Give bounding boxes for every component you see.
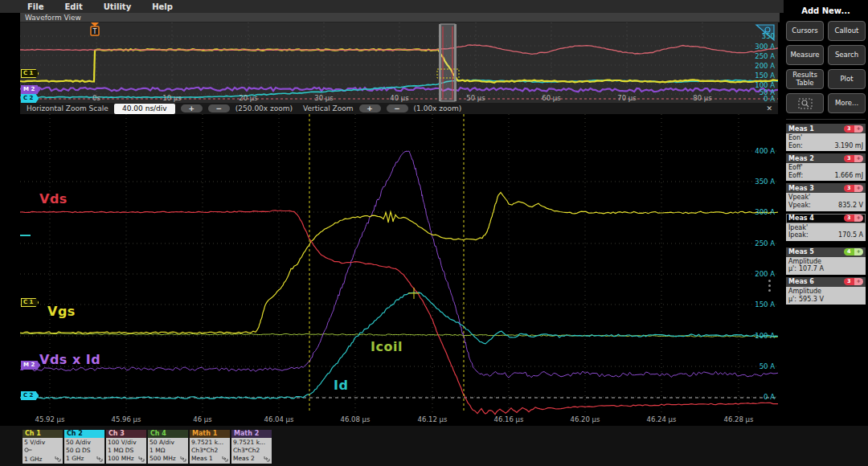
overview-x-label: 30 µs: [314, 94, 333, 102]
meas-line1: Eoff': [788, 164, 863, 172]
main-x-label: 46.20 µs: [571, 415, 600, 423]
meas-line1: Amplitude: [788, 258, 863, 266]
channel-badge-ch4[interactable]: Ch 450 A/div1 MΩ500 MHz: [148, 430, 188, 464]
main-tag-m2[interactable]: M 2: [21, 361, 40, 370]
badge-handle-icon: [96, 456, 103, 462]
meas-line1: Eon': [788, 134, 863, 142]
meas-name: Meas 2: [788, 155, 814, 162]
main-x-label: 46 µs: [193, 415, 211, 423]
meas-chip-meas5[interactable]: Meas 54+Amplitudeµ':107.7 A: [786, 247, 866, 275]
trigger-position-marker[interactable]: T: [91, 22, 99, 35]
zoomed-waveform-area[interactable]: 45.92 µs45.96 µs46 µs46.04 µs46.08 µs46.…: [20, 114, 778, 426]
meas-source-badge: 4+: [844, 248, 863, 255]
meas-chip-meas6[interactable]: Meas 63+Amplitudeµ':595.3 V: [786, 277, 866, 305]
meas-line1: Amplitude: [788, 288, 863, 296]
channel-badge-math2[interactable]: Math 29.7521 k...Ch3*Ch2Meas 2: [231, 430, 272, 464]
zoom-scale-title: Horizontal Zoom Scale: [27, 104, 108, 112]
zoom-close-icon[interactable]: ✕: [766, 104, 778, 112]
cursors-button[interactable]: Cursors: [786, 21, 824, 41]
meas-value: 107.7 A: [799, 265, 824, 273]
channel-badge-ch2[interactable]: Ch 250 A/div50 Ω DS1 GHz: [64, 430, 104, 464]
callout-button[interactable]: Callout: [828, 21, 866, 41]
channel-badge-ch3[interactable]: Ch 3100 V/div1 MΩ DS100 MHz: [106, 430, 146, 464]
meas-value: 170.5 A: [838, 231, 863, 239]
meas-name: Meas 5: [788, 248, 814, 255]
more-button[interactable]: More...: [828, 93, 866, 113]
overview-tag-m2[interactable]: M 2: [21, 85, 40, 94]
main-x-label: 46.16 µs: [494, 415, 524, 423]
tab-waveform-view[interactable]: Waveform View: [20, 14, 81, 22]
vzoom-minus-button[interactable]: −: [387, 104, 408, 112]
meas-line1: Ipeak': [788, 224, 863, 232]
measurement-list: Meas 13+Eon'Eon:3.190 mJMeas 23+Eoff'Eof…: [784, 124, 868, 305]
measure-button[interactable]: Measure: [786, 45, 824, 65]
overview-waveform-area[interactable]: T0s10 µs20 µs30 µs40 µs50 µs60 µs70 µs80…: [20, 22, 778, 103]
main-tag-c1[interactable]: C 1: [21, 298, 39, 307]
meas-chip-meas4[interactable]: Meas 43+Ipeak'Ipeak:170.5 A: [786, 214, 866, 241]
meas-chip-meas2[interactable]: Meas 23+Eoff'Eoff:1.666 mJ: [786, 153, 866, 181]
add-new-button-grid: CursorsCalloutMeasureSearchResults Table…: [784, 21, 868, 113]
hzoom-readout: (250.00x zoom): [235, 104, 293, 112]
main-y-label: 150 A: [755, 300, 775, 309]
meas-name: Meas 4: [788, 215, 814, 222]
overview-tag-c2[interactable]: C 2: [21, 94, 39, 103]
results-table-button[interactable]: Results Table: [786, 69, 824, 89]
badge-line: 50 Ω DS: [66, 447, 103, 455]
ov-vdsxid-trace: [20, 88, 778, 92]
overview-plot-svg: T: [20, 22, 778, 103]
overview-y-label: 0 A: [764, 95, 775, 103]
badge-handle-icon: [264, 456, 270, 462]
main-x-label: 46.12 µs: [418, 415, 448, 423]
vds-label: Vds: [39, 191, 68, 206]
main-y-label: 300 A: [755, 208, 775, 216]
meas-chip-meas1[interactable]: Meas 13+Eon'Eon:3.190 mJ: [786, 124, 866, 151]
plot-button[interactable]: Plot: [828, 69, 866, 89]
badge-line: 9.7521 k...: [191, 439, 228, 447]
add-new-title: Add New...: [784, 6, 868, 15]
meas-line1: Vpeak': [788, 194, 863, 202]
main-x-label: 45.96 µs: [112, 415, 141, 423]
channel-badge-ch1[interactable]: Ch 15 V/div1 GHz: [23, 430, 63, 464]
hzoom-minus-button[interactable]: −: [208, 104, 230, 112]
channel-badge-math1[interactable]: Math 19.7521 k...Ch3*Ch2Meas 1: [190, 430, 230, 464]
main-x-label: 45.92 µs: [35, 415, 65, 423]
overview-y-label: 300 A: [755, 43, 775, 51]
badge-line: [24, 447, 61, 456]
vzoom-plus-button[interactable]: +: [359, 104, 381, 112]
zoom-select-icon: [798, 98, 813, 109]
overview-tag-c1[interactable]: C 1: [21, 69, 39, 78]
svg-text:T: T: [92, 28, 97, 35]
zoom-scale-input[interactable]: [114, 104, 175, 114]
menu-item-utility[interactable]: Utility: [104, 2, 131, 11]
menu-bar: FileEditUtilityHelp: [0, 0, 784, 13]
vdsxid-label: Vds x Id: [39, 352, 100, 367]
overview-y-label: 150 A: [755, 72, 775, 80]
meas-line2: µ':107.7 A: [788, 265, 863, 273]
overview-x-label: 70 µs: [617, 94, 636, 102]
ov-vgs-trace: [20, 49, 778, 83]
badge-handle-icon: [180, 456, 186, 462]
main-tag-c2[interactable]: C 2: [21, 391, 39, 400]
overview-x-label: 20 µs: [239, 94, 257, 102]
badge-handle-icon: [55, 456, 61, 462]
panel-splitter-handle[interactable]: [768, 280, 771, 292]
hzoom-plus-button[interactable]: +: [181, 104, 203, 112]
badge-handle-icon: [138, 456, 145, 462]
main-y-label: 350 A: [755, 178, 775, 186]
badge-line: 9.7521 k...: [233, 439, 270, 447]
icoil-label: Icoil: [371, 339, 403, 354]
main-x-label: 46.08 µs: [341, 415, 371, 423]
menu-item-edit[interactable]: Edit: [64, 2, 82, 11]
search-button[interactable]: Search: [828, 45, 866, 65]
zoom-select-button[interactable]: [786, 93, 824, 113]
probe-icon: [24, 447, 32, 453]
meas-chip-meas3[interactable]: Meas 33+Vpeak'Vpeak:835.2 V: [786, 183, 866, 211]
main-y-label: 250 A: [755, 239, 775, 247]
meas-line2: Eoff:1.666 mJ: [788, 172, 863, 180]
menu-item-help[interactable]: Help: [152, 2, 173, 11]
badge-line: Ch3*Ch2: [233, 447, 270, 455]
menu-item-file[interactable]: File: [27, 2, 43, 11]
meas-source-badge: 3+: [844, 278, 863, 285]
main-y-label: 400 A: [755, 147, 775, 155]
meas-line2: Vpeak:835.2 V: [788, 202, 863, 210]
